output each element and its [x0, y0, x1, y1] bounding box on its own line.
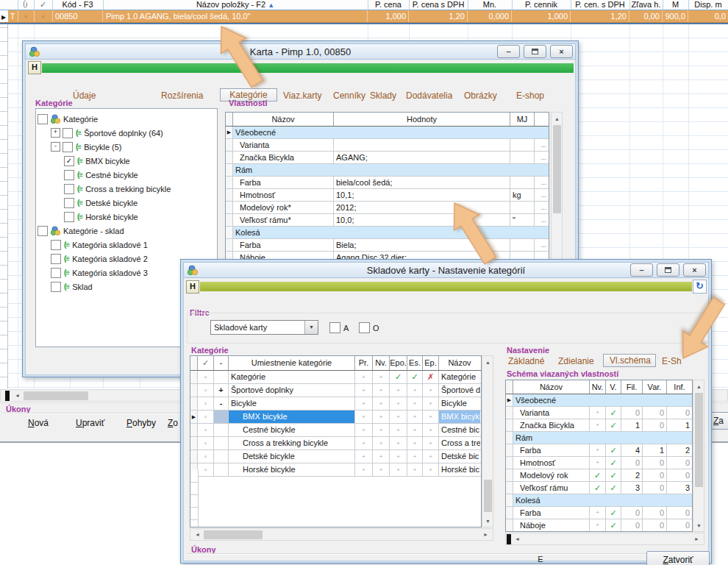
column-header-pcenadph[interactable]: P. cena s DPH	[409, 0, 468, 10]
column-header-pcennik[interactable]: P. cennik	[512, 0, 571, 10]
tree-item[interactable]: (≡Cestné bicykle	[38, 168, 215, 182]
scroll-down-icon[interactable]: ▼	[694, 520, 704, 530]
column-header-pcena[interactable]: P. cena	[368, 0, 410, 10]
tab-sklady[interactable]: Sklady	[370, 90, 396, 101]
scroll-left-icon[interactable]: ◄	[512, 534, 523, 544]
tab-eshop[interactable]: E-Sh	[662, 356, 682, 366]
help-button[interactable]: H	[28, 61, 41, 74]
tab-viazkarty[interactable]: Viaz.karty	[283, 90, 321, 101]
props-row[interactable]: Varianta...	[226, 139, 549, 152]
attachment-column-header[interactable]	[18, 0, 35, 10]
expand-icon[interactable]: +	[214, 384, 229, 397]
nova-button[interactable]: Nová	[28, 418, 49, 428]
ellipsis-button[interactable]: ...	[535, 239, 549, 251]
close-button[interactable]: ×	[683, 263, 706, 277]
scroll-thumb[interactable]	[553, 125, 561, 213]
schema-row[interactable]: Varianta+✓000	[506, 407, 692, 419]
categories-v-scrollbar[interactable]: ▲ ▼	[482, 355, 493, 527]
checkbox-a[interactable]: A	[329, 322, 349, 333]
category-row[interactable]: ◦Cross a trekking bicykle+++++Cross a tr…	[190, 437, 481, 450]
chevron-down-icon[interactable]: ▼	[304, 321, 318, 334]
scroll-left-icon[interactable]: ◄	[12, 391, 23, 400]
props-section-row[interactable]: Rám	[226, 164, 549, 177]
schema-row[interactable]: Modelový rok✓✓200	[506, 469, 692, 482]
help-button[interactable]: H	[186, 280, 199, 294]
schema-row[interactable]: Farba+✓000	[506, 507, 692, 519]
zatvorit-button[interactable]: Zatvoriť	[646, 551, 710, 565]
minimize-button[interactable]: –	[497, 45, 520, 58]
collapse-icon[interactable]: -	[51, 142, 60, 152]
tab-dodavatelia[interactable]: Dodávatelia	[406, 90, 452, 101]
pohyby-button[interactable]: Pohyby	[126, 418, 156, 428]
schema-h-scrollbar[interactable]: ◄ ►	[505, 533, 704, 545]
tree-item[interactable]: (≡Cross a trekking bicykle	[38, 182, 215, 196]
splitter-handle[interactable]	[5, 391, 10, 401]
scroll-left-icon[interactable]: ◄	[192, 530, 203, 539]
ellipsis-button[interactable]: ...	[535, 202, 549, 213]
schema-v-scrollbar[interactable]: ▲ ▼	[693, 380, 704, 532]
collapse-icon[interactable]: -	[214, 397, 229, 410]
tree-item[interactable]: (≡Kategória skladové 1	[38, 238, 215, 252]
maximize-button[interactable]	[657, 263, 679, 277]
category-row[interactable]: ◦+Športové doplnky+++++Športové d	[190, 384, 481, 397]
props-row[interactable]: Hmotnosť10,1;kg...	[226, 189, 549, 202]
schema-section-row[interactable]: Kolesá	[506, 494, 692, 507]
props-row[interactable]: Farbabiela/cool šedá;...	[226, 177, 549, 189]
selected-product-row[interactable]: ▶ T ◦ ◦ 00850 Pimp 1.0 AGANG, biela/cool…	[0, 10, 728, 23]
upravit-button[interactable]: Upraviť	[76, 418, 104, 428]
tab-rozsirenia[interactable]: Rozšírenia	[161, 90, 203, 101]
props-section-row[interactable]: ▶Všeobecné	[226, 127, 549, 139]
zobrazit-button[interactable]: Zo	[168, 418, 178, 428]
filter-dropdown[interactable]: Skladové karty ▼	[210, 320, 318, 335]
maximize-button[interactable]	[524, 45, 546, 58]
scroll-up-icon[interactable]: ▲	[694, 381, 704, 391]
schema-row[interactable]: Hmotnosť+✓000	[506, 457, 692, 469]
scroll-right-icon[interactable]: ►	[691, 534, 702, 544]
ellipsis-button[interactable]: ...	[535, 139, 549, 151]
refresh-icon[interactable]: ↻	[693, 280, 707, 294]
categories-h-scrollbar[interactable]: ◄ ►	[190, 528, 493, 541]
tab-eshop[interactable]: E-shop	[516, 90, 544, 101]
tab-cenniky[interactable]: Cenníky	[333, 90, 365, 101]
scroll-up-icon[interactable]: ▲	[552, 113, 562, 124]
check-column-header[interactable]: ✓	[34, 0, 53, 10]
checked-checkbox[interactable]: ✓	[64, 156, 74, 166]
scroll-right-icon[interactable]: ►	[480, 530, 491, 539]
tab-vlschema[interactable]: Vl.schéma	[603, 354, 656, 367]
schema-row[interactable]: Farba+✓412	[506, 444, 692, 457]
tree-item[interactable]: +(≡Športové doplnky (64)	[38, 126, 215, 140]
column-header-disp[interactable]: Disp. m	[688, 0, 728, 10]
tab-obrazky[interactable]: Obrázky	[464, 90, 497, 101]
column-header-zlava[interactable]: Zľava h.	[629, 0, 663, 10]
scroll-thumb[interactable]	[204, 530, 263, 539]
tree-item[interactable]: Kategórie - sklad	[38, 224, 215, 238]
scroll-thumb[interactable]	[24, 391, 88, 400]
column-header-m[interactable]: M	[663, 0, 689, 10]
tree-item[interactable]: (≡Detské bicykle	[38, 196, 215, 210]
column-header-mn[interactable]: Mn.	[468, 0, 513, 10]
props-row[interactable]: Modelový rok*2012;...	[226, 202, 549, 214]
category-row[interactable]: ◦Horské bicykle+++++Horské bic	[190, 463, 481, 477]
tree-item[interactable]: Kategórie	[38, 112, 215, 126]
tab-zakladne[interactable]: Základné	[508, 356, 544, 366]
tab-zdielanie[interactable]: Zdielanie	[558, 356, 594, 366]
close-button[interactable]: ×	[550, 45, 573, 58]
tree-item[interactable]: (≡Horské bicykle	[38, 210, 215, 224]
ellipsis-button[interactable]: ...	[535, 214, 549, 226]
minimize-button[interactable]: –	[630, 263, 653, 277]
column-header-nazov[interactable]: Názov položky - F2 ▲	[103, 0, 368, 10]
scroll-thumb[interactable]	[695, 393, 703, 487]
expand-icon[interactable]: +	[51, 128, 60, 138]
schema-row[interactable]: Veľkosť rámu✓✓303	[506, 482, 692, 494]
props-section-row[interactable]: Kolesá	[226, 227, 549, 239]
tab-udaje[interactable]: Údaje	[73, 90, 96, 101]
props-row[interactable]: Veľkosť rámu*10,0;"...	[226, 214, 549, 227]
tree-item[interactable]: -(≡Bicykle (5)	[38, 140, 215, 154]
schema-row[interactable]: Náboje+✓000	[506, 519, 692, 532]
sklad-titlebar[interactable]: Skladové karty - Nastavenie kategórií – …	[183, 262, 709, 278]
category-row[interactable]: ◦-Bicykle+++++Bicykle	[190, 397, 481, 411]
scroll-thumb[interactable]	[484, 480, 492, 512]
schema-row[interactable]: Značka Bicykla+✓101	[506, 419, 692, 432]
ellipsis-button[interactable]: ...	[535, 177, 549, 188]
ellipsis-button[interactable]: ...	[535, 152, 549, 163]
